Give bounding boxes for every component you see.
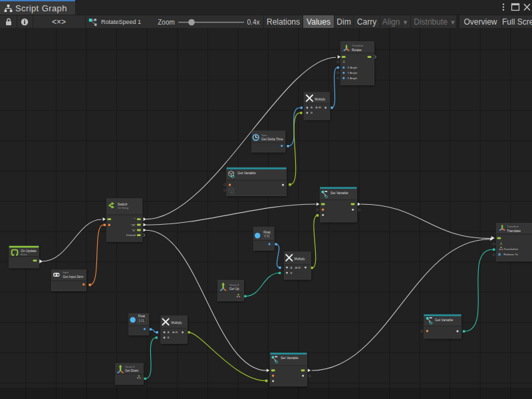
svg-text:Float: Float — [138, 315, 146, 318]
svg-text:B: B — [311, 111, 313, 114]
svg-text:Vector 3: Vector 3 — [125, 365, 134, 368]
svg-text:Transform: Transform — [507, 225, 519, 228]
svg-text:Input: Input — [63, 271, 69, 274]
svg-text:Get Variable: Get Variable — [237, 171, 256, 175]
svg-text:Multiply: Multiply — [172, 321, 183, 325]
svg-text:Get Input Strin: Get Input Strin — [63, 275, 84, 279]
svg-text:A: A — [291, 266, 293, 269]
svg-text:Set Variable: Set Variable — [281, 356, 299, 360]
svg-text:0.01: 0.01 — [264, 235, 270, 238]
svg-text:Relative To: Relative To — [503, 253, 518, 256]
svg-text:0.01: 0.01 — [138, 319, 144, 323]
svg-text:B: B — [168, 336, 170, 339]
svg-text:Event: Event — [21, 253, 27, 256]
svg-text:B: B — [291, 271, 293, 275]
svg-text:On String: On String — [118, 207, 128, 209]
svg-text:Get Variable: Get Variable — [435, 318, 454, 322]
svg-text:A×B: A×B — [172, 331, 178, 334]
svg-text:“S”: “S” — [132, 229, 136, 232]
svg-text:Transform: Transform — [352, 45, 363, 47]
svg-text:Translation: Translation — [503, 247, 518, 251]
svg-text:On Update: On Update — [21, 249, 37, 253]
svg-text:A: A — [311, 106, 313, 109]
svg-text:“W”: “W” — [131, 223, 136, 227]
svg-text:Set Variable: Set Variable — [331, 191, 348, 195]
svg-text:Switch: Switch — [118, 202, 128, 206]
svg-text:Multiply: Multiply — [295, 257, 306, 261]
svg-text:Get Up: Get Up — [229, 287, 239, 291]
svg-text:Y Angle: Y Angle — [347, 71, 358, 74]
svg-text:X Angle: X Angle — [347, 66, 358, 69]
svg-text:Get Down: Get Down — [125, 369, 139, 372]
svg-text:Default: Default — [126, 233, 136, 237]
svg-text:A: A — [168, 331, 170, 334]
svg-text:A×B: A×B — [295, 266, 301, 269]
svg-text:Translate: Translate — [507, 229, 521, 233]
svg-text:Float: Float — [263, 231, 271, 234]
svg-text:Multiply: Multiply — [315, 98, 326, 101]
svg-text:Time: Time — [261, 134, 267, 137]
svg-text:Get Delta Time: Get Delta Time — [261, 138, 283, 141]
svg-text:Rotate: Rotate — [352, 48, 362, 52]
svg-text:Z Angle: Z Angle — [347, 76, 357, 80]
svg-text:Vector 3: Vector 3 — [229, 283, 239, 287]
svg-text:A×B: A×B — [315, 106, 321, 109]
